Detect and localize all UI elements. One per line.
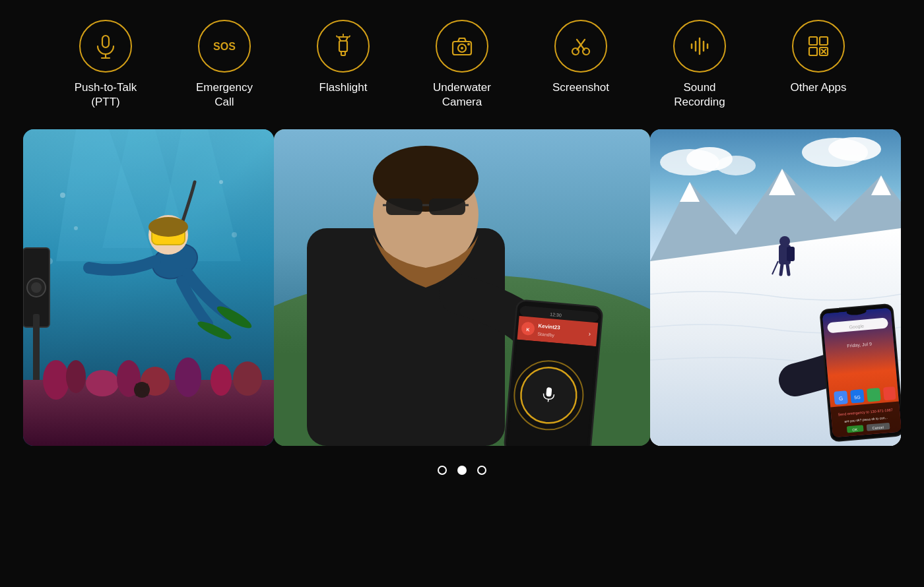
svg-point-49 (43, 360, 69, 400)
emergency-call-icon-circle: SOS (198, 20, 251, 73)
svg-point-56 (233, 361, 262, 396)
sound-recording-label: SoundRecording (674, 80, 725, 109)
flashlight-label: Flashlight (319, 80, 368, 95)
feature-flashlight[interactable]: Flashlight (304, 20, 383, 95)
svg-rect-117 (867, 388, 881, 402)
svg-point-39 (31, 282, 42, 293)
svg-line-8 (349, 36, 350, 38)
feature-sound-recording[interactable]: SoundRecording (660, 20, 739, 109)
scissors-icon (568, 33, 594, 59)
svg-rect-69 (429, 199, 465, 215)
svg-text:K: K (526, 327, 530, 332)
ptt-scene-svg: 12:30 K Kevint23 Standby › (274, 129, 650, 446)
underwater-scene-svg (23, 129, 274, 446)
carousel-dots (438, 459, 486, 488)
svg-point-94 (828, 137, 881, 161)
svg-point-54 (175, 357, 201, 397)
mountain-bg: Google Friday, Jul 9 G 5G (650, 129, 901, 446)
svg-rect-0 (102, 36, 109, 47)
underwater-camera-label: UnderwaterCamera (433, 80, 491, 109)
svg-point-36 (232, 232, 237, 237)
svg-rect-102 (787, 247, 795, 261)
svg-text:5G: 5G (854, 395, 861, 400)
flashlight-icon (330, 33, 356, 59)
svg-point-101 (779, 236, 790, 247)
emergency-call-label: EmergencyCall (196, 80, 253, 109)
svg-rect-68 (386, 199, 422, 215)
slide-mountain-image: Google Friday, Jul 9 G 5G (650, 129, 901, 446)
push-to-talk-icon-circle (79, 20, 132, 73)
svg-point-12 (467, 43, 470, 46)
underwater-bg (23, 129, 274, 446)
carousel-dot-3[interactable] (477, 466, 486, 475)
slide-ptt: 12:30 K Kevint23 Standby › (274, 129, 650, 446)
svg-point-11 (461, 47, 463, 49)
svg-point-55 (211, 364, 232, 396)
carousel-dot-1[interactable] (438, 466, 447, 475)
svg-point-51 (86, 370, 119, 396)
camera-icon (449, 33, 475, 59)
carousel-track: 12:30 K Kevint23 Standby › (0, 129, 924, 459)
svg-text:SOS: SOS (213, 41, 236, 52)
sos-icon: SOS (211, 33, 238, 59)
feature-screenshot[interactable]: Screenshot (541, 20, 620, 95)
svg-line-104 (781, 264, 782, 274)
carousel-dot-2[interactable] (457, 466, 467, 475)
underwater-camera-icon-circle (436, 20, 488, 73)
flashlight-icon-circle (317, 20, 370, 73)
other-apps-label: Other Apps (790, 80, 846, 95)
svg-rect-23 (820, 37, 828, 45)
svg-rect-4 (339, 41, 347, 51)
svg-rect-5 (341, 51, 345, 55)
svg-text:OK: OK (852, 427, 858, 432)
svg-point-35 (219, 180, 223, 184)
carousel-section: 12:30 K Kevint23 Standby › (0, 129, 924, 488)
ptt-bg: 12:30 K Kevint23 Standby › (274, 129, 650, 446)
svg-rect-24 (809, 47, 817, 55)
waveform-icon (686, 33, 713, 59)
svg-point-47 (148, 217, 188, 237)
svg-point-50 (66, 360, 86, 393)
mountain-scene-svg: Google Friday, Jul 9 G 5G (650, 129, 901, 446)
feature-underwater-camera[interactable]: UnderwaterCamera (422, 20, 502, 109)
svg-point-33 (74, 226, 78, 230)
grid-icon (805, 33, 832, 59)
screenshot-icon-circle (554, 20, 607, 73)
feature-emergency-call[interactable]: SOS EmergencyCall (185, 20, 264, 109)
slide-mountain: Google Friday, Jul 9 G 5G (650, 129, 901, 446)
svg-point-32 (60, 193, 65, 198)
sound-recording-icon-circle (673, 20, 726, 73)
svg-rect-22 (809, 37, 817, 45)
svg-line-7 (337, 36, 337, 38)
screenshot-label: Screenshot (552, 80, 609, 95)
microphone-icon (92, 33, 119, 59)
slide-underwater-image (23, 129, 274, 446)
svg-text:G: G (839, 396, 843, 402)
svg-line-105 (787, 264, 789, 274)
other-apps-icon-circle (792, 20, 845, 73)
slide-ptt-image: 12:30 K Kevint23 Standby › (274, 129, 650, 446)
slide-underwater (23, 129, 274, 446)
svg-rect-118 (883, 386, 896, 400)
features-icons-row: Push-to-Talk(PTT) SOS EmergencyCall (0, 0, 924, 129)
push-to-talk-label: Push-to-Talk(PTT) (75, 80, 137, 109)
feature-push-to-talk[interactable]: Push-to-Talk(PTT) (66, 20, 145, 109)
feature-other-apps[interactable]: Other Apps (779, 20, 858, 95)
svg-point-92 (716, 156, 756, 175)
